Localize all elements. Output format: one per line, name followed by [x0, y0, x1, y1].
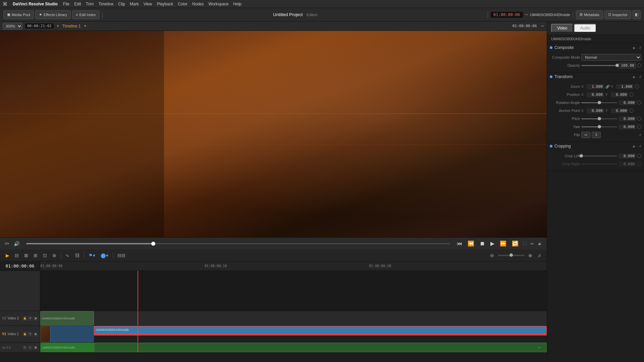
zoom-select[interactable]: 300% 200% 100% Fit: [3, 23, 22, 29]
menu-color[interactable]: Color: [178, 2, 187, 6]
position-x-input[interactable]: [587, 92, 604, 97]
menu-nodes[interactable]: Nodes: [192, 2, 204, 6]
blade-edit-button[interactable]: ⊞: [32, 252, 39, 259]
volume-button[interactable]: 🔊: [12, 240, 21, 247]
position-keyframe-btn[interactable]: [630, 93, 634, 97]
preview-scrubber[interactable]: [26, 243, 450, 244]
play-button[interactable]: ▶: [489, 240, 496, 247]
speaker-button[interactable]: 🔉: [537, 241, 543, 246]
composite-keyframe-icon[interactable]: ◆: [633, 46, 635, 50]
flip-horizontal-button[interactable]: ⇔: [581, 132, 590, 138]
zoom-x-input[interactable]: [587, 84, 604, 89]
menu-file[interactable]: File: [63, 2, 69, 6]
transform-section-header[interactable]: Transform ◆ ↺: [547, 72, 644, 81]
crop-left-slider[interactable]: [581, 156, 617, 157]
zoom-in-button[interactable]: ⊕: [527, 252, 534, 259]
tab-audio[interactable]: Audio: [574, 24, 596, 33]
goto-start-button[interactable]: ⏮: [455, 240, 464, 247]
yaw-keyframe-btn[interactable]: [637, 125, 641, 129]
crop-right-slider[interactable]: [581, 164, 617, 165]
cropping-reset-icon[interactable]: ↺: [639, 144, 641, 148]
anchor-keyframe-btn[interactable]: [630, 109, 634, 113]
flip-reset-icon[interactable]: ↺: [639, 133, 641, 137]
a1-clip-green[interactable]: ~~: [94, 343, 547, 352]
v1-track-content[interactable]: UM46ISO800UHDInside: [40, 326, 547, 342]
rotation-slider[interactable]: [581, 102, 617, 103]
cropping-section-header[interactable]: Cropping ◆ ↺: [547, 142, 644, 150]
yaw-slider[interactable]: [581, 126, 617, 127]
selection-tool-button[interactable]: ▶: [4, 252, 11, 259]
slide-edit-button[interactable]: ⊛: [51, 252, 58, 259]
v2-track-eye-button[interactable]: 👁: [28, 316, 33, 321]
zoom-y-input[interactable]: [616, 84, 634, 89]
pitch-keyframe-btn[interactable]: [637, 117, 641, 121]
menu-timeline[interactable]: Timeline: [98, 2, 113, 6]
composite-section-header[interactable]: Composite ◆ ↺: [547, 43, 644, 52]
a1-track-mute-button[interactable]: M: [22, 345, 27, 350]
composite-reset-icon[interactable]: ↺: [639, 46, 641, 50]
composite-mode-select[interactable]: Normal Screen Overlay Multiply: [581, 54, 641, 61]
position-y-input[interactable]: [611, 92, 628, 97]
flag-button[interactable]: ⚑▾: [87, 252, 97, 259]
menu-clip[interactable]: Clip: [118, 2, 125, 6]
anchor-y-input[interactable]: [611, 108, 628, 113]
yaw-input[interactable]: [619, 124, 636, 129]
metadata-button[interactable]: ⊞ Metadata: [576, 10, 603, 19]
edit-index-button[interactable]: ≡ Edit Index: [72, 10, 99, 19]
tab-video[interactable]: Video: [551, 24, 573, 33]
a1-track-content[interactable]: UM46ISO800UHDInside ~~: [40, 343, 547, 352]
opacity-value[interactable]: 100.00: [619, 63, 636, 68]
viewer-options-button[interactable]: ⊞▾: [4, 241, 10, 246]
trim-edit-button[interactable]: ⊟: [13, 252, 20, 259]
fullscreen-button[interactable]: ⛶: [523, 241, 527, 246]
toggle-panel-button[interactable]: ◧: [633, 10, 641, 19]
v1-track-lock-button[interactable]: 🔒: [22, 332, 27, 337]
crop-left-keyframe-btn[interactable]: [637, 154, 641, 158]
timecode-dropdown-icon[interactable]: ▼: [56, 24, 60, 28]
rotation-keyframe-btn[interactable]: [637, 101, 641, 105]
crop-right-keyframe-btn[interactable]: [637, 162, 641, 166]
inspector-button[interactable]: ⊡ Inspector: [604, 10, 631, 19]
curve-editor-button[interactable]: ∿: [64, 252, 71, 259]
opacity-slider[interactable]: [581, 65, 617, 66]
v1-clip-dark[interactable]: [50, 326, 94, 342]
a1-clip-dark[interactable]: UM46ISO800UHDInside: [40, 343, 94, 352]
menu-view[interactable]: View: [144, 2, 152, 6]
v2-track-cam-button[interactable]: ◼: [33, 316, 38, 321]
cropping-keyframe-icon[interactable]: ◆: [633, 144, 635, 148]
menu-help[interactable]: Help: [233, 2, 241, 6]
menu-mark[interactable]: Mark: [130, 2, 139, 6]
menu-playback[interactable]: Playback: [157, 2, 173, 6]
rotation-input[interactable]: [619, 100, 636, 105]
pitch-slider[interactable]: [581, 118, 617, 119]
flip-vertical-button[interactable]: ⇕: [592, 132, 601, 138]
step-back-button[interactable]: ⏪: [466, 240, 476, 247]
v2-track-lock-button[interactable]: 🔒: [22, 316, 27, 321]
a1-track-rec-button[interactable]: ◼: [33, 345, 38, 350]
stop-button[interactable]: ⏹: [478, 240, 486, 247]
dynamic-trim-button[interactable]: ⊠: [22, 252, 30, 259]
link-button[interactable]: ⛓: [73, 252, 81, 259]
menu-workspace[interactable]: Workspace: [209, 2, 229, 6]
v2-track-content[interactable]: UM46ISO800UHDInside: [40, 311, 547, 325]
transform-reset-icon[interactable]: ↺: [639, 75, 641, 79]
effects-library-button[interactable]: ★ Effects Library: [35, 10, 71, 19]
media-pool-button[interactable]: ▣ Media Pool: [3, 10, 34, 19]
a1-track-solo-button[interactable]: S: [28, 345, 33, 350]
zoom-link-icon[interactable]: 🔗: [605, 85, 609, 88]
timeline-zoom-slider[interactable]: [498, 255, 525, 256]
v2-clip[interactable]: UM46ISO800UHDInside: [40, 311, 94, 325]
pitch-input[interactable]: [619, 116, 636, 121]
next-clip-button[interactable]: ⏭: [530, 241, 535, 246]
v1-track-eye-button[interactable]: 👁: [28, 332, 33, 337]
menu-edit[interactable]: Edit: [74, 2, 81, 6]
v1-track-cam-button[interactable]: ◼: [33, 332, 38, 337]
loop-button[interactable]: 🔁: [511, 240, 520, 247]
zoom-out-button[interactable]: ⊖: [488, 252, 496, 259]
color-label-button[interactable]: ⬤▾: [99, 252, 110, 259]
anchor-x-input[interactable]: [587, 108, 604, 113]
subtitle-button[interactable]: ⊟⊟: [116, 252, 127, 259]
timeline-dropdown-icon[interactable]: ▼: [84, 24, 87, 28]
opacity-keyframe-btn[interactable]: [637, 63, 641, 67]
v1-clip-selected[interactable]: UM46ISO800UHDInside: [94, 326, 547, 334]
